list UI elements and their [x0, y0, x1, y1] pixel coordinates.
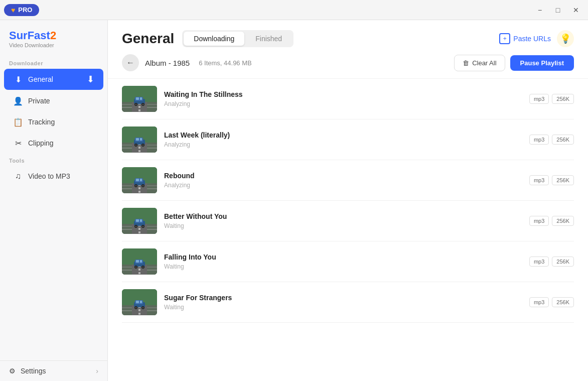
close-button[interactable]: ✕: [568, 2, 584, 18]
track-info: Sugar For StrangersWaiting: [164, 294, 522, 311]
pro-badge: ♥ PRO: [4, 4, 39, 16]
svg-point-47: [142, 185, 144, 187]
track-thumbnail: [122, 248, 157, 275]
bulb-button[interactable]: 💡: [557, 30, 574, 47]
track-status: Waiting: [164, 304, 522, 311]
track-info: ReboundAnalyzing: [164, 172, 522, 189]
trash-icon: 🗑: [463, 59, 469, 67]
sidebar-item-clipping[interactable]: ✂ Clipping: [4, 133, 103, 153]
tracking-icon: 📋: [13, 117, 23, 127]
svg-rect-26: [136, 138, 139, 141]
format-badge: mp3: [529, 135, 549, 145]
page-title: General: [122, 31, 174, 47]
pause-playlist-button[interactable]: Pause Playlist: [510, 55, 574, 71]
track-thumbnail: [122, 289, 157, 315]
track-item: Sugar For StrangersWaitingmp3256K: [122, 282, 574, 323]
back-button[interactable]: ←: [122, 54, 139, 71]
svg-rect-87: [138, 313, 140, 315]
svg-point-15: [142, 104, 144, 105]
sidebar-item-private[interactable]: 👤 Private: [4, 91, 103, 111]
sidebar-item-general[interactable]: ⬇ General ⬇: [4, 69, 103, 90]
track-badges: mp3256K: [529, 216, 574, 226]
tab-group: Downloading Finished: [182, 30, 293, 47]
sidebar-item-video-to-mp3[interactable]: ♫ Video to MP3: [4, 166, 103, 186]
quality-badge: 256K: [552, 297, 574, 307]
title-bar: ♥ PRO − □ ✕: [0, 0, 588, 20]
main-header: General Downloading Finished + Paste URL…: [108, 20, 588, 47]
settings-label: Settings: [21, 367, 46, 375]
svg-point-95: [142, 307, 144, 309]
svg-rect-55: [138, 231, 140, 233]
svg-rect-70: [138, 269, 140, 271]
track-badges: mp3256K: [529, 135, 574, 145]
track-item: Waiting In The StillnessAnalyzingmp3256K: [122, 79, 574, 119]
format-badge: mp3: [529, 216, 549, 226]
svg-rect-42: [136, 179, 139, 181]
svg-rect-7: [138, 109, 140, 111]
svg-rect-23: [138, 150, 140, 152]
format-badge: mp3: [529, 175, 549, 185]
svg-rect-22: [138, 147, 140, 149]
main-content: General Downloading Finished + Paste URL…: [108, 20, 588, 381]
clipping-icon: ✂: [13, 138, 23, 148]
sidebar-item-video-to-mp3-label: Video to MP3: [28, 172, 70, 180]
tab-downloading[interactable]: Downloading: [184, 32, 244, 46]
quality-badge: 256K: [552, 216, 574, 226]
track-status: Analyzing: [164, 100, 522, 107]
track-name: Last Week (literally): [164, 131, 522, 139]
app-body: SurFast2 Video Downloader Downloader ⬇ G…: [0, 20, 588, 381]
settings-icon: ⚙: [9, 367, 16, 375]
track-name: Better Without You: [164, 212, 522, 220]
logo-text: SurFast2: [9, 30, 98, 41]
svg-rect-90: [136, 301, 139, 303]
track-thumbnail: [122, 208, 157, 234]
track-name: Falling Into You: [164, 253, 522, 261]
svg-rect-38: [138, 187, 140, 189]
track-badges: mp3256K: [529, 297, 574, 307]
playlist-title: Album - 1985: [145, 59, 190, 67]
svg-rect-6: [138, 106, 140, 108]
sidebar-item-clipping-label: Clipping: [28, 139, 54, 147]
playlist-bar: ← Album - 1985 6 Items, 44.96 MB 🗑 Clear…: [108, 47, 588, 79]
tab-finished[interactable]: Finished: [245, 32, 292, 46]
sidebar-item-private-label: Private: [28, 97, 50, 105]
svg-point-30: [135, 145, 137, 146]
track-info: Better Without YouWaiting: [164, 212, 522, 229]
svg-rect-10: [136, 97, 139, 100]
svg-point-94: [135, 307, 137, 309]
svg-rect-75: [140, 260, 142, 263]
sidebar-item-tracking-label: Tracking: [28, 118, 55, 126]
svg-rect-43: [140, 179, 142, 181]
quality-badge: 256K: [552, 175, 574, 185]
sidebar: SurFast2 Video Downloader Downloader ⬇ G…: [0, 20, 108, 381]
paste-urls-button[interactable]: + Paste URLs: [499, 33, 551, 44]
sidebar-settings[interactable]: ⚙ Settings ›: [0, 360, 107, 381]
bulb-icon: 💡: [560, 33, 571, 44]
tools-section-label: Tools: [0, 154, 107, 166]
track-name: Rebound: [164, 172, 522, 180]
playlist-meta: 6 Items, 44.96 MB: [199, 59, 252, 67]
pro-label: PRO: [18, 6, 32, 14]
quality-badge: 256K: [552, 135, 574, 145]
sidebar-logo: SurFast2 Video Downloader: [0, 20, 107, 56]
clear-all-button[interactable]: 🗑 Clear All: [454, 55, 505, 71]
settings-chevron-icon: ›: [96, 367, 98, 375]
sidebar-item-tracking[interactable]: 📋 Tracking: [4, 112, 103, 132]
track-name: Waiting In The Stillness: [164, 90, 522, 98]
paste-urls-label: Paste URLs: [513, 35, 551, 43]
logo-num: 2: [50, 29, 56, 42]
logo-name: SurFast: [9, 29, 50, 42]
maximize-button[interactable]: □: [550, 2, 566, 18]
download-arrow-icon: ⬇: [87, 74, 94, 85]
logo-subtitle: Video Downloader: [9, 42, 98, 48]
sidebar-spacer: [0, 187, 107, 360]
track-item: Better Without YouWaitingmp3256K: [122, 201, 574, 241]
track-thumbnail: [122, 86, 157, 112]
sidebar-item-general-label: General: [28, 75, 53, 83]
track-badges: mp3256K: [529, 257, 574, 267]
minimize-button[interactable]: −: [532, 2, 548, 18]
svg-point-46: [135, 185, 137, 187]
svg-rect-74: [136, 260, 139, 263]
download-icon: ⬇: [13, 74, 23, 84]
back-arrow-icon: ←: [126, 58, 134, 67]
